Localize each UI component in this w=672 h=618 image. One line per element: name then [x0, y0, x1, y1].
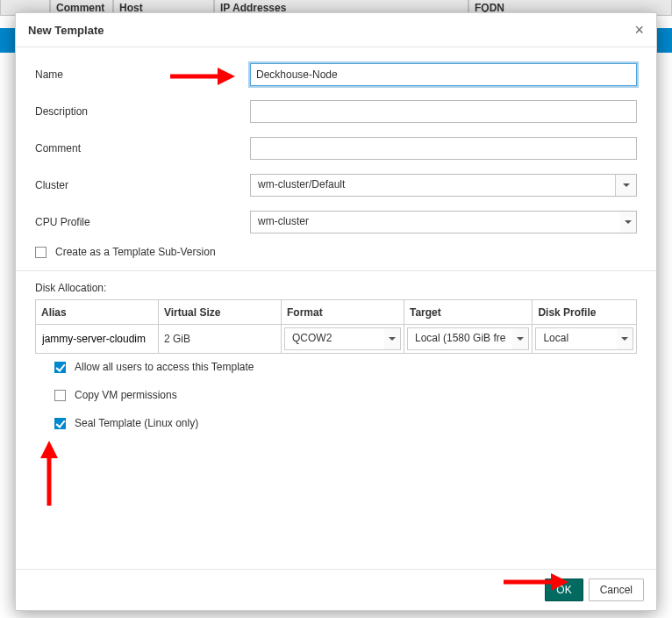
label-description: Description [35, 105, 250, 118]
col-disk-profile: Disk Profile [533, 300, 637, 325]
copy-vm-permissions-checkbox[interactable] [54, 390, 66, 401]
label-cpu-profile: CPU Profile [35, 216, 250, 228]
cancel-button[interactable]: Cancel [589, 578, 644, 601]
cpu-profile-select[interactable]: wm-cluster [250, 211, 637, 234]
col-format: Format [282, 300, 404, 325]
ok-button[interactable]: OK [545, 578, 583, 601]
description-field[interactable] [250, 100, 637, 123]
modal-footer: OK Cancel [16, 569, 656, 610]
divider [16, 270, 656, 271]
chevron-down-icon [384, 328, 400, 349]
seal-template-checkbox[interactable] [54, 418, 66, 429]
new-template-modal: New Template × Name Description Comment … [15, 12, 657, 611]
target-select[interactable]: Local (1580 GiB fre [407, 327, 529, 350]
col-virtual-size: Virtual Size [159, 300, 282, 325]
create-sub-version-checkbox[interactable] [35, 247, 46, 258]
label-name: Name [35, 68, 250, 81]
label-create-sub: Create as a Template Sub-Version [55, 246, 216, 258]
col-alias: Alias [36, 300, 159, 325]
modal-title: New Template [28, 24, 104, 37]
chevron-down-icon [512, 328, 528, 349]
modal-body: Name Description Comment Cluster wm-clus… [16, 47, 656, 569]
cluster-select[interactable]: wm-cluster/Default [250, 174, 637, 197]
format-select[interactable]: QCOW2 [284, 327, 401, 350]
label-allow-all: Allow all users to access this Template [75, 361, 254, 373]
label-seal: Seal Template (Linux only) [75, 417, 198, 429]
alias-field[interactable] [39, 329, 155, 349]
chevron-down-icon [617, 328, 633, 349]
chevron-down-icon [620, 212, 636, 233]
table-header-row: Alias Virtual Size Format Target Disk Pr… [36, 300, 637, 325]
disk-allocation-table: Alias Virtual Size Format Target Disk Pr… [35, 299, 637, 354]
label-copy-perms: Copy VM permissions [75, 389, 177, 401]
col-target: Target [404, 300, 533, 325]
close-icon[interactable]: × [634, 22, 644, 38]
disk-profile-select[interactable]: Local [535, 327, 633, 350]
modal-header: New Template × [16, 13, 656, 47]
allow-all-users-checkbox[interactable] [54, 362, 66, 373]
name-field[interactable] [250, 63, 637, 86]
disk-allocation-label: Disk Allocation: [35, 282, 637, 294]
chevron-down-icon [615, 175, 636, 196]
label-cluster: Cluster [35, 179, 250, 191]
table-row: 2 GiB QCOW2 Local (1580 GiB fre [36, 325, 637, 354]
label-comment: Comment [35, 142, 250, 154]
comment-field[interactable] [250, 137, 637, 160]
virtual-size-cell: 2 GiB [159, 325, 282, 354]
